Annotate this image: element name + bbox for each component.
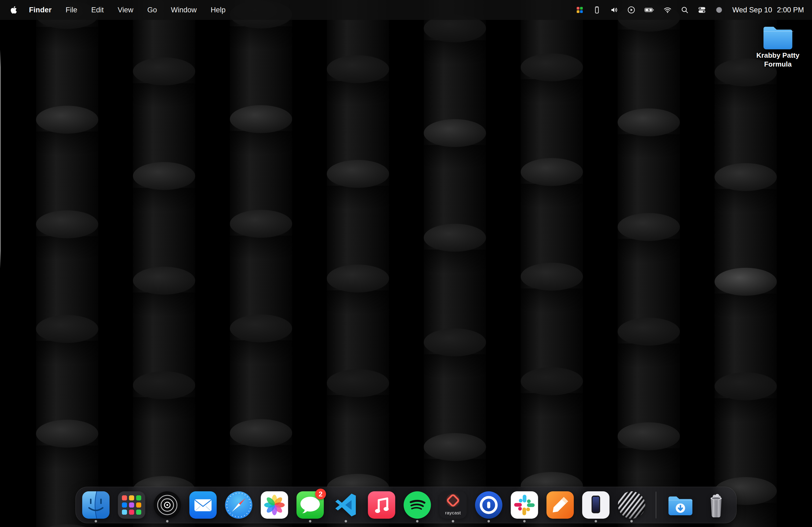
menu-view[interactable]: View bbox=[118, 6, 133, 14]
menu-bar: Finder FileEditViewGoWindowHelp Wed Sep … bbox=[0, 0, 812, 20]
dock-safari[interactable] bbox=[224, 491, 253, 519]
menu-go[interactable]: Go bbox=[147, 6, 157, 14]
wallpaper-cylinder-cap bbox=[424, 328, 486, 356]
phone-menu-extra-icon[interactable] bbox=[593, 6, 601, 14]
circle-menu-extra-icon[interactable] bbox=[715, 6, 723, 14]
wallpaper-cylinder-column bbox=[133, 0, 195, 527]
launchpad-icon bbox=[117, 491, 146, 519]
wallpaper-cylinder-shadow bbox=[618, 134, 680, 158]
wallpaper-cylinder-shadow bbox=[133, 188, 195, 212]
notification-badge: 2 bbox=[315, 488, 326, 499]
dock-messages[interactable]: 2 bbox=[296, 491, 324, 519]
dock-music[interactable] bbox=[367, 491, 396, 519]
running-indicator-dot bbox=[345, 520, 347, 523]
wallpaper-cylinder-cap bbox=[36, 524, 98, 527]
wallpaper-cylinder-shadow bbox=[36, 446, 98, 470]
spotlight-search-icon[interactable] bbox=[681, 6, 689, 14]
dock-striped-sphere-app[interactable] bbox=[617, 491, 646, 519]
menu-window[interactable]: Window bbox=[171, 6, 197, 14]
wallpaper-cylinder-shadow bbox=[618, 448, 680, 472]
wallpaper-cylinder-cap bbox=[36, 315, 98, 343]
wallpaper-cylinder-cap bbox=[230, 315, 292, 342]
wallpaper-cylinder-cap bbox=[424, 433, 486, 461]
wallpaper-cylinder-cap bbox=[133, 57, 195, 85]
wallpaper-cylinder-shadow bbox=[424, 40, 486, 64]
dock-trash[interactable] bbox=[702, 491, 730, 519]
wallpaper-cylinder-shadow bbox=[36, 341, 98, 365]
dock-photos[interactable] bbox=[260, 491, 289, 519]
menu-file[interactable]: File bbox=[66, 6, 77, 14]
desktop-screen: Finder FileEditViewGoWindowHelp Wed Sep … bbox=[0, 0, 812, 527]
dock-downloads-folder[interactable] bbox=[666, 491, 695, 519]
wallpaper-cylinder-cap bbox=[327, 160, 389, 188]
dock-vscode[interactable] bbox=[332, 491, 360, 519]
dock-1password[interactable] bbox=[475, 491, 503, 519]
menu-edit[interactable]: Edit bbox=[91, 6, 104, 14]
wallpaper-cylinder-cap bbox=[133, 162, 195, 190]
wallpaper-cylinder-shadow bbox=[36, 236, 98, 260]
wallpaper-cylinder-shadow bbox=[521, 79, 583, 103]
wifi-icon[interactable] bbox=[664, 6, 671, 14]
colorful-grid-menu-extra-icon[interactable] bbox=[576, 6, 584, 14]
downloads-folder-icon bbox=[666, 491, 695, 519]
running-indicator-dot bbox=[595, 520, 597, 523]
play-circle-icon[interactable] bbox=[627, 6, 635, 14]
volume-icon[interactable] bbox=[610, 6, 618, 14]
running-indicator-dot bbox=[95, 520, 97, 523]
wallpaper-cylinder-shadow bbox=[36, 132, 98, 156]
dock-rings-app[interactable] bbox=[153, 491, 182, 519]
wallpaper-cylinder-shadow bbox=[521, 393, 583, 417]
dock-launchpad[interactable] bbox=[117, 491, 146, 519]
dock-slack[interactable] bbox=[510, 491, 539, 519]
wallpaper-cylinder-cap bbox=[327, 55, 389, 83]
dock-finder[interactable] bbox=[82, 491, 110, 519]
dock: 2raycast bbox=[75, 487, 737, 523]
wallpaper-cylinder-shadow bbox=[327, 81, 389, 105]
desktop-folder-krabby-patty-formula[interactable]: Krabby Patty Formula bbox=[747, 24, 809, 69]
menu-help[interactable]: Help bbox=[211, 6, 226, 14]
dock-spotify[interactable] bbox=[403, 491, 432, 519]
striped-sphere-app-icon bbox=[617, 491, 646, 519]
wallpaper-cylinder-shadow bbox=[230, 445, 292, 469]
wallpaper-cylinder-cap bbox=[36, 420, 98, 448]
dock-mail[interactable] bbox=[189, 491, 217, 519]
wallpaper-cylinder-shadow bbox=[327, 186, 389, 210]
wallpaper-cylinder-cap bbox=[521, 158, 583, 186]
wallpaper-cylinder-column bbox=[327, 0, 389, 527]
wallpaper-cylinder-shadow bbox=[714, 398, 777, 422]
menu-bar-clock[interactable]: Wed Sep 10 2:00 PM bbox=[732, 6, 804, 14]
pen-app-icon bbox=[546, 491, 574, 519]
dock-container: 2raycast bbox=[0, 487, 812, 523]
dock-divider bbox=[656, 492, 656, 518]
running-indicator-dot bbox=[630, 520, 633, 523]
apple-menu-icon[interactable] bbox=[10, 5, 18, 15]
wallpaper-cylinder-shadow bbox=[521, 184, 583, 208]
wallpaper-cylinder-shadow bbox=[618, 30, 680, 54]
control-center-icon[interactable] bbox=[698, 6, 706, 14]
wallpaper-cylinder-column bbox=[36, 0, 98, 527]
menu-bar-date: Wed Sep 10 bbox=[732, 6, 772, 14]
battery-charging-icon[interactable] bbox=[644, 6, 655, 14]
running-indicator-dot bbox=[452, 520, 454, 523]
menu-bar-right: Wed Sep 10 2:00 PM bbox=[576, 6, 804, 14]
wallpaper-cylinder-shadow bbox=[327, 395, 389, 419]
wallpaper-cylinder-shadow bbox=[133, 292, 195, 317]
vscode-icon bbox=[332, 491, 360, 519]
dock-raycast[interactable]: raycast bbox=[439, 491, 467, 519]
dock-iphone-mirroring[interactable] bbox=[582, 491, 610, 519]
active-app-name[interactable]: Finder bbox=[29, 6, 52, 14]
desktop-icon-label: Krabby Patty Formula bbox=[752, 51, 803, 69]
wallpaper bbox=[0, 0, 812, 527]
wallpaper-cylinder-column bbox=[230, 0, 292, 527]
wallpaper-cylinder-cap bbox=[327, 265, 389, 292]
music-icon bbox=[367, 491, 396, 519]
mail-icon bbox=[189, 491, 217, 519]
left-edge-highlight bbox=[0, 50, 1, 268]
dock-pen-app[interactable] bbox=[546, 491, 574, 519]
wallpaper-cylinder-cap bbox=[714, 268, 777, 296]
running-indicator-dot bbox=[416, 520, 419, 523]
wallpaper-cylinder-cap bbox=[133, 371, 195, 399]
menu-items: FileEditViewGoWindowHelp bbox=[52, 6, 226, 14]
running-indicator-dot bbox=[523, 520, 526, 523]
wallpaper-cylinder-shadow bbox=[133, 397, 195, 421]
